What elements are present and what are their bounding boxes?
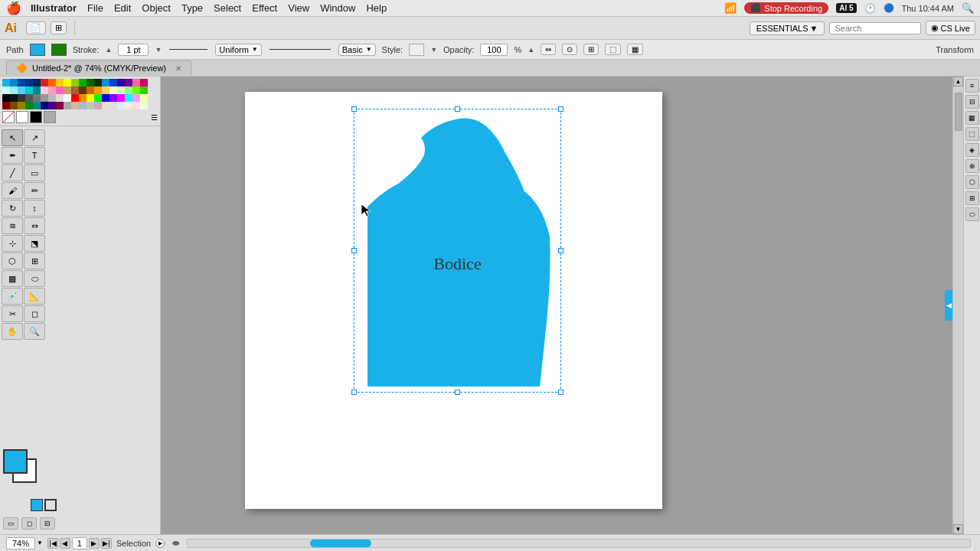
- zoom-input[interactable]: [6, 537, 35, 549]
- align-button5[interactable]: ▦: [627, 44, 643, 55]
- palette-cell[interactable]: [41, 86, 48, 94]
- search-input[interactable]: [829, 22, 921, 34]
- blend-tool[interactable]: ⬭: [24, 270, 45, 287]
- handle-bc[interactable]: [455, 390, 460, 395]
- palette-cell[interactable]: [87, 102, 94, 109]
- palette-cell[interactable]: [132, 102, 140, 109]
- palette-cell[interactable]: [10, 102, 18, 109]
- palette-cell[interactable]: [132, 79, 140, 86]
- palette-cell[interactable]: [117, 86, 125, 94]
- palette-cell[interactable]: [10, 86, 18, 94]
- stroke-indicator[interactable]: [44, 499, 57, 511]
- palette-cell[interactable]: [79, 102, 87, 109]
- stroke-type-dropdown[interactable]: Uniform ▼: [215, 44, 261, 56]
- last-page-button[interactable]: ▶|: [101, 538, 112, 549]
- palette-cell[interactable]: [64, 102, 71, 109]
- panel-collapse-handle[interactable]: ◀: [945, 290, 952, 321]
- palette-cell[interactable]: [140, 79, 148, 86]
- view-menu[interactable]: View: [288, 2, 309, 14]
- measure-tool[interactable]: 📐: [24, 288, 45, 305]
- stop-recording-button[interactable]: ⬛ Stop Recording: [744, 2, 828, 14]
- width-tool[interactable]: ⇔: [24, 217, 45, 234]
- black-swatch[interactable]: [30, 111, 42, 123]
- palette-cell[interactable]: [48, 86, 56, 94]
- color-menu-icon[interactable]: ☰: [151, 113, 158, 122]
- page-number-input[interactable]: [72, 537, 87, 549]
- object-menu[interactable]: Object: [142, 2, 171, 14]
- right-tool-8[interactable]: ⊞: [965, 191, 979, 205]
- scroll-down-button[interactable]: ▼: [953, 524, 963, 534]
- gray1-swatch[interactable]: [44, 111, 56, 123]
- shape-builder-tool[interactable]: ⬔: [24, 235, 45, 252]
- slice-tool[interactable]: ✂: [2, 305, 23, 322]
- right-tool-9[interactable]: ⬭: [965, 207, 979, 221]
- palette-cell[interactable]: [125, 102, 132, 109]
- effect-menu[interactable]: Effect: [252, 2, 277, 14]
- palette-cell[interactable]: [56, 102, 64, 109]
- draw-mode-icon[interactable]: ◻: [21, 517, 37, 530]
- doc-close-icon[interactable]: ✕: [175, 64, 181, 73]
- scale-tool[interactable]: ↕: [24, 200, 45, 217]
- palette-cell[interactable]: [102, 94, 109, 102]
- next-page-button[interactable]: ▶: [89, 538, 100, 549]
- palette-cell[interactable]: [2, 94, 10, 102]
- right-tool-7[interactable]: ⬡: [965, 175, 979, 189]
- scroll-thumb[interactable]: [955, 93, 962, 131]
- palette-cell[interactable]: [140, 94, 148, 102]
- palette-cell[interactable]: [41, 102, 48, 109]
- free-transform-tool[interactable]: ⊹: [2, 235, 23, 252]
- direct-select-tool[interactable]: ↗: [24, 129, 45, 146]
- palette-cell[interactable]: [109, 102, 117, 109]
- first-page-button[interactable]: |◀: [47, 538, 58, 549]
- apple-menu[interactable]: 🍎: [6, 1, 21, 15]
- palette-cell[interactable]: [102, 79, 109, 86]
- palette-cell[interactable]: [94, 94, 102, 102]
- screen-mode-icon[interactable]: ▭: [3, 517, 18, 530]
- palette-cell[interactable]: [18, 94, 25, 102]
- type-tool[interactable]: T: [24, 147, 45, 164]
- file-menu[interactable]: File: [87, 2, 103, 14]
- canvas-area[interactable]: Bodice ▲ ▼ ◀: [161, 77, 963, 534]
- pencil-tool[interactable]: ✏: [24, 182, 45, 199]
- pen-tool[interactable]: ✒: [2, 147, 23, 164]
- align-button1[interactable]: ⇔: [541, 44, 556, 55]
- document-tab[interactable]: 🔶 Untitled-2* @ 74% (CMYK/Preview) ✕: [6, 60, 191, 75]
- white-swatch[interactable]: [16, 111, 28, 123]
- transform-label[interactable]: Transform: [936, 45, 974, 54]
- right-tool-6[interactable]: ⊕: [965, 159, 979, 173]
- palette-cell[interactable]: [18, 102, 25, 109]
- stroke-style-dropdown[interactable]: Basic ▼: [338, 44, 376, 56]
- palette-cell[interactable]: [125, 79, 132, 86]
- palette-cell[interactable]: [71, 86, 79, 94]
- palette-cell[interactable]: [79, 79, 87, 86]
- palette-cell[interactable]: [71, 94, 79, 102]
- hand-tool[interactable]: ✋: [2, 323, 23, 340]
- palette-cell[interactable]: [48, 102, 56, 109]
- palette-cell[interactable]: [33, 102, 41, 109]
- palette-cell[interactable]: [2, 86, 10, 94]
- opacity-input[interactable]: [480, 44, 508, 56]
- view-toggle-button[interactable]: ⊞: [51, 21, 67, 34]
- palette-cell[interactable]: [56, 86, 64, 94]
- palette-cell[interactable]: [87, 79, 94, 86]
- handle-tc[interactable]: [455, 106, 460, 112]
- type-menu[interactable]: Type: [181, 2, 203, 14]
- palette-cell[interactable]: [102, 86, 109, 94]
- select-menu[interactable]: Select: [214, 2, 241, 14]
- palette-cell[interactable]: [56, 94, 64, 102]
- search-icon[interactable]: 🔍: [962, 2, 974, 14]
- palette-cell[interactable]: [94, 86, 102, 94]
- h-scroll-thumb[interactable]: [310, 540, 371, 547]
- palette-cell[interactable]: [125, 86, 132, 94]
- palette-cell[interactable]: [117, 79, 125, 86]
- style-dropdown-arrow[interactable]: ▼: [430, 46, 437, 54]
- help-menu[interactable]: Help: [366, 2, 387, 14]
- handle-ml[interactable]: [351, 248, 357, 253]
- handle-mr[interactable]: [558, 248, 564, 253]
- palette-cell[interactable]: [33, 86, 41, 94]
- palette-cell[interactable]: [125, 94, 132, 102]
- palette-cell[interactable]: [18, 79, 25, 86]
- stroke-up-button[interactable]: ▲: [106, 46, 113, 54]
- mesh-tool[interactable]: ⊞: [24, 253, 45, 269]
- palette-cell[interactable]: [71, 102, 79, 109]
